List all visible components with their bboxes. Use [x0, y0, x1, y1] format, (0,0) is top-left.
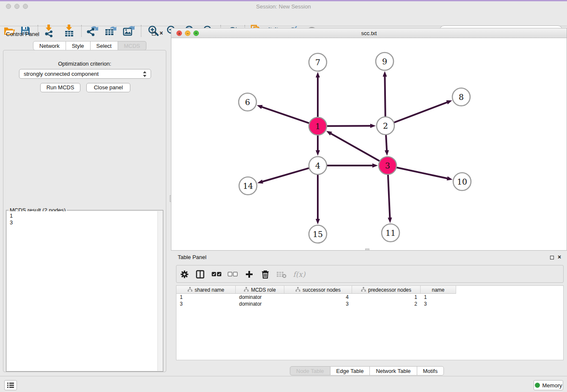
- table-cell: 2: [352, 301, 421, 307]
- tab-motifs[interactable]: Motifs: [417, 366, 444, 375]
- column-header-MCDS-role[interactable]: MCDS role: [236, 286, 284, 294]
- table-cell: dominator: [236, 301, 284, 307]
- select-all-columns-icon[interactable]: [211, 268, 223, 280]
- edge-arrowhead: [447, 177, 453, 181]
- column-header-predecessor-nodes[interactable]: predecessor nodes: [352, 286, 421, 294]
- splitter-handle[interactable]: [365, 248, 369, 251]
- edge-arrowhead: [257, 105, 263, 109]
- network-title: scc.txt: [171, 30, 567, 36]
- gear-icon[interactable]: [179, 268, 190, 280]
- control-panel-tabs: NetworkStyleSelectMCDS: [33, 41, 146, 50]
- column-label: predecessor nodes: [368, 287, 411, 293]
- splitter-handle[interactable]: [170, 195, 171, 202]
- edge-2-9[interactable]: [385, 76, 385, 117]
- shared-column-icon: [244, 287, 249, 293]
- shared-column-icon: [361, 287, 366, 293]
- edge-arrowhead: [383, 71, 387, 77]
- graph-node-label: 4: [315, 161, 320, 170]
- float-table-panel-icon[interactable]: [550, 256, 554, 259]
- edge-arrowhead: [316, 219, 320, 224]
- mcds-result-item[interactable]: 3: [10, 219, 158, 226]
- close-table-panel-icon[interactable]: ×: [558, 254, 561, 260]
- tab-node-table[interactable]: Node Table: [290, 366, 330, 375]
- tab-network-table[interactable]: Network Table: [370, 366, 417, 375]
- graph-node-label: 14: [243, 181, 253, 190]
- table-panel: Table Panel × f(x) shared nameMCDS roles…: [171, 252, 567, 376]
- window-title: Session: New Session: [0, 3, 567, 10]
- table-cell: 1: [176, 294, 236, 301]
- tab-mcds[interactable]: MCDS: [118, 41, 146, 50]
- mcds-result-item[interactable]: 1: [10, 213, 158, 219]
- add-column-icon[interactable]: [243, 268, 255, 280]
- network-window-titlebar[interactable]: x – + scc.txt: [171, 28, 567, 38]
- graph-node-label: 8: [459, 92, 464, 102]
- function-builder-icon: f(x): [292, 268, 307, 280]
- network-canvas[interactable]: 7968124314101511: [171, 38, 567, 250]
- optimization-criterion-label: Optimization criterion:: [3, 61, 166, 67]
- table-cell: 3: [421, 301, 456, 307]
- task-history-button[interactable]: [4, 380, 17, 390]
- tab-network[interactable]: Network: [33, 41, 66, 50]
- table-row[interactable]: 1dominator411: [176, 294, 456, 301]
- mcds-tab-content: Optimization criterion: strongly connect…: [3, 50, 166, 372]
- graph-node-label: 9: [382, 57, 387, 66]
- memory-button[interactable]: Memory: [534, 380, 563, 390]
- edge-arrowhead: [316, 150, 320, 156]
- control-panel: Control Panel × NetworkStyleSelectMCDS O…: [0, 28, 169, 375]
- status-bar: Memory: [0, 376, 567, 392]
- mcds-result-list[interactable]: 13: [7, 211, 158, 371]
- network-view-window: x – + scc.txt 7968124314101511: [171, 28, 567, 251]
- graph-node-label: 1: [315, 121, 320, 131]
- titlebar: Session: New Session: [0, 1, 567, 12]
- edge-1-2[interactable]: [327, 126, 371, 126]
- float-panel-icon[interactable]: [152, 32, 156, 36]
- graph-node-label: 3: [385, 161, 390, 170]
- tab-style[interactable]: Style: [66, 41, 91, 50]
- shared-column-icon: [187, 287, 193, 293]
- tab-select[interactable]: Select: [91, 41, 118, 50]
- edge-2-3[interactable]: [386, 135, 387, 151]
- edge-4-14[interactable]: [262, 168, 309, 182]
- main-toolbar: [0, 12, 567, 26]
- criterion-value: strongly connected component: [24, 71, 99, 77]
- clear-selection-icon[interactable]: [227, 268, 239, 280]
- edge-arrowhead: [385, 150, 389, 156]
- column-header-successor-nodes[interactable]: successor nodes: [284, 286, 352, 294]
- edge-1-6[interactable]: [261, 107, 309, 123]
- node-table: shared nameMCDS rolesuccessor nodesprede…: [176, 285, 564, 360]
- graph-node-label: 2: [383, 121, 388, 130]
- table-panel-title: Table Panel: [178, 254, 206, 260]
- edge-arrowhead: [372, 163, 378, 168]
- tab-edge-table[interactable]: Edge Table: [330, 366, 370, 375]
- edge-arrowhead: [388, 218, 392, 223]
- column-label: shared name: [195, 287, 224, 293]
- edge-3-1[interactable]: [330, 133, 380, 161]
- table-cell: 1: [352, 294, 421, 301]
- result-scrollbar[interactable]: [157, 211, 162, 371]
- dropdown-stepper-icon: [143, 71, 147, 77]
- edge-3-11[interactable]: [388, 174, 390, 218]
- column-header-name[interactable]: name: [421, 286, 456, 294]
- split-columns-icon[interactable]: [194, 268, 206, 280]
- table-row[interactable]: 3dominator323: [176, 301, 456, 307]
- graph-node-label: 11: [385, 228, 396, 237]
- column-header-shared-name[interactable]: shared name: [176, 286, 236, 294]
- network-graph[interactable]: 7968124314101511: [171, 38, 567, 250]
- edge-2-8[interactable]: [394, 102, 448, 122]
- table-cell: 4: [284, 294, 352, 301]
- table-cell: 1: [421, 294, 456, 301]
- graph-node-label: 6: [245, 97, 250, 107]
- edge-3-10[interactable]: [396, 167, 448, 178]
- edge-arrowhead: [370, 124, 376, 128]
- delete-column-icon[interactable]: [259, 268, 271, 280]
- close-panel-button[interactable]: Close panel: [86, 83, 130, 92]
- memory-label: Memory: [542, 382, 562, 389]
- edge-arrowhead: [316, 72, 320, 77]
- run-mcds-button[interactable]: Run MCDS: [40, 83, 80, 92]
- edge-arrowhead: [257, 179, 263, 184]
- edge-arrowhead: [326, 131, 332, 135]
- column-label: MCDS role: [251, 287, 276, 293]
- close-panel-icon[interactable]: ×: [160, 30, 163, 36]
- table-body: 1dominator4113dominator323: [176, 294, 563, 307]
- criterion-dropdown[interactable]: strongly connected component: [19, 69, 151, 79]
